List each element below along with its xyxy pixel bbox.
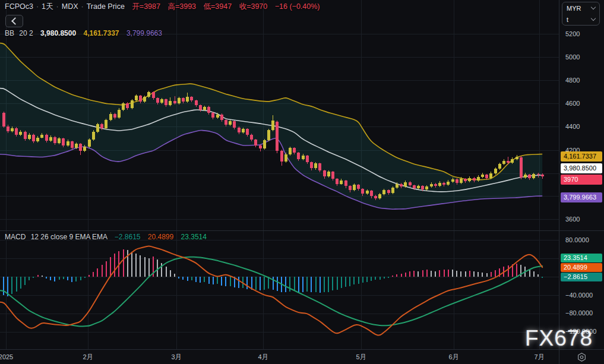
bb-mid-badge: 3,980.8500 bbox=[561, 163, 602, 173]
chart-canvas[interactable] bbox=[0, 0, 559, 349]
axis-tick-label: 4800 bbox=[565, 77, 580, 84]
axis-tick-label: −120.0000 bbox=[565, 328, 596, 335]
macd-lines bbox=[0, 246, 542, 335]
last-price-badge: 3970 bbox=[561, 175, 602, 185]
axis-corner bbox=[559, 349, 604, 364]
time-axis[interactable]: 20252月3月4月5月6月7月 bbox=[0, 349, 559, 364]
separator-dot: · bbox=[56, 2, 59, 11]
bb-indicator-legend: BB 20 2 3,980.8500 4,161.7337 3,799.9663 bbox=[5, 29, 162, 37]
low-value: 低=3947 bbox=[204, 2, 232, 11]
macd-hist-value: −2.8615 bbox=[115, 233, 141, 241]
axis-tick-label: 3600 bbox=[565, 216, 580, 223]
exchange-label: MDX bbox=[62, 2, 78, 11]
chevron-down-icon bbox=[591, 5, 596, 10]
macd-signal-badge: 23.3514 bbox=[561, 254, 602, 262]
unit-dropdown[interactable]: t bbox=[562, 14, 599, 25]
bb-upper-value: 4,161.7337 bbox=[83, 29, 119, 37]
axis-tick-label: −40.0000 bbox=[565, 292, 593, 299]
macd-line-value: 20.4899 bbox=[148, 233, 173, 241]
price-axis[interactable]: MYR t 520050004800460044004200360080.000… bbox=[559, 0, 604, 349]
bollinger-bands bbox=[0, 43, 542, 210]
macd-title: MACD bbox=[5, 233, 26, 241]
axis-settings-icon[interactable] bbox=[577, 352, 587, 362]
symbol-name: FCPOc3 bbox=[5, 2, 33, 11]
bb-mid-value: 3,980.8500 bbox=[40, 29, 76, 37]
macd-signal-value: 23.3514 bbox=[181, 233, 207, 241]
axis-tick-label: 5000 bbox=[565, 53, 580, 61]
axis-tick-label: 4400 bbox=[565, 123, 580, 130]
time-tick-label: 2月 bbox=[83, 353, 93, 362]
bb-lower-value: 3,799.9663 bbox=[127, 29, 162, 37]
axis-tick-label: 80.0000 bbox=[565, 236, 589, 243]
separator-dot: · bbox=[81, 2, 84, 11]
interval-label: 1天 bbox=[42, 2, 53, 11]
macd-line-badge: 20.4899 bbox=[561, 263, 602, 272]
axis-tick-label: 4600 bbox=[565, 100, 580, 107]
currency-label: MYR bbox=[567, 5, 581, 12]
time-tick-label: 3月 bbox=[171, 353, 181, 362]
time-tick-label: 4月 bbox=[258, 353, 268, 362]
time-tick-label: 2025 bbox=[0, 353, 13, 360]
unit-label: t bbox=[567, 16, 568, 23]
axis-tick-label: −80.0000 bbox=[565, 309, 593, 316]
macd-hist-badge: −2.8615 bbox=[561, 273, 602, 281]
axis-tick-label: 5200 bbox=[565, 30, 580, 37]
macd-indicator-legend: MACD 12 26 close 9 EMA EMA −2.8615 20.48… bbox=[5, 233, 207, 241]
close-value: 收=3970 bbox=[239, 2, 268, 11]
open-value: 开=3987 bbox=[132, 2, 160, 11]
bb-lower-badge: 3,799.9663 bbox=[561, 192, 602, 202]
series-type-label: Trade Price bbox=[87, 2, 125, 11]
time-tick-label: 6月 bbox=[448, 353, 458, 362]
chevron-down-icon bbox=[591, 16, 596, 21]
bb-upper-badge: 4,161.7337 bbox=[561, 151, 602, 162]
time-tick-label: 5月 bbox=[356, 353, 366, 362]
currency-dropdown[interactable]: MYR bbox=[562, 2, 599, 14]
high-value: 高=3993 bbox=[167, 2, 196, 11]
macd-params: 12 26 close 9 EMA EMA bbox=[31, 233, 107, 241]
bb-params: 20 2 bbox=[19, 29, 33, 37]
gridlines bbox=[0, 0, 559, 349]
separator-dot: · bbox=[36, 2, 39, 11]
change-value: −16 (−0.40%) bbox=[275, 2, 320, 11]
chevron-left-icon bbox=[11, 17, 19, 25]
currency-unit-selector: MYR t bbox=[562, 2, 600, 26]
time-tick-label: 7月 bbox=[534, 353, 544, 362]
macd-histogram bbox=[3, 249, 543, 296]
trading-chart-window: FCPOc3·1天·MDX·Trade Price 开=3987 高=3993 … bbox=[0, 0, 604, 364]
back-button[interactable] bbox=[5, 15, 23, 27]
pane-divider[interactable] bbox=[0, 230, 604, 231]
symbol-legend: FCPOc3·1天·MDX·Trade Price 开=3987 高=3993 … bbox=[5, 2, 320, 12]
bb-title: BB bbox=[5, 29, 14, 37]
